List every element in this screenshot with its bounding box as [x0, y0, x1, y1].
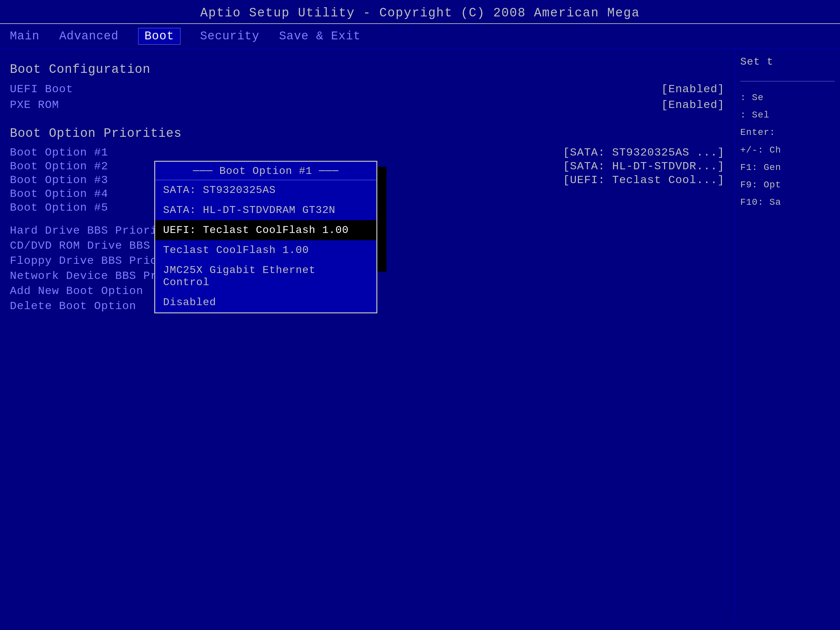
boot-option-2-label: Boot Option #2 [10, 160, 108, 172]
boot-config-heading: Boot Configuration [10, 62, 725, 76]
boot-option-1-value: [SATA: ST9320325AS ...] [563, 146, 725, 159]
menu-bar: Main Advanced Boot Security Save & Exit [0, 24, 840, 49]
popup-option-4[interactable]: JMC25X Gigabit Ethernet Control [155, 260, 376, 292]
left-panel: Boot Configuration UEFI Boot [Enabled] P… [0, 49, 735, 620]
boot-option-3-value: [UEFI: Teclast Cool...] [563, 174, 725, 186]
right-divider-top [740, 81, 835, 81]
help-1: : Sel [740, 109, 835, 122]
pxe-rom-row[interactable]: PXE ROM [Enabled] [10, 98, 725, 112]
boot-option-1-label: Boot Option #1 [10, 146, 108, 159]
pxe-rom-label: PXE ROM [10, 99, 59, 111]
popup-option-1[interactable]: SATA: HL-DT-STDVDRAM GT32N [155, 200, 376, 220]
help-2: Enter: [740, 126, 835, 139]
pxe-rom-value: [Enabled] [661, 99, 725, 111]
help-5: F9: Opt [740, 178, 835, 191]
help-3: +/-: Ch [740, 144, 835, 156]
popup-option-3[interactable]: Teclast CoolFlash 1.00 [155, 240, 376, 260]
popup-option-0[interactable]: SATA: ST9320325AS [155, 180, 376, 200]
menu-main[interactable]: Main [10, 30, 39, 43]
boot-option-4-label: Boot Option #4 [10, 188, 108, 200]
title-bar: Aptio Setup Utility - Copyright (C) 2008… [0, 0, 840, 24]
menu-save-exit[interactable]: Save & Exit [279, 30, 361, 43]
right-top-text: Set t [740, 56, 835, 68]
popup-title: ─── Boot Option #1 ─── [155, 162, 376, 180]
right-panel: Set t : Se : Sel Enter: +/-: Ch F1: Gen … [735, 49, 840, 620]
boot-option-popup[interactable]: ─── Boot Option #1 ─── SATA: ST9320325AS… [154, 161, 377, 313]
help-0: : Se [740, 91, 835, 104]
boot-option-3-label: Boot Option #3 [10, 174, 108, 186]
menu-advanced[interactable]: Advanced [59, 30, 118, 43]
help-4: F1: Gen [740, 161, 835, 174]
menu-security[interactable]: Security [200, 30, 259, 43]
uefi-boot-row[interactable]: UEFI Boot [Enabled] [10, 82, 725, 96]
boot-option-1-row[interactable]: Boot Option #1 [SATA: ST9320325AS ...] [10, 146, 725, 159]
boot-option-5-label: Boot Option #5 [10, 202, 108, 214]
bios-screen: Aptio Setup Utility - Copyright (C) 2008… [0, 0, 840, 630]
boot-option-2-value: [SATA: HL-DT-STDVDR...] [563, 160, 725, 172]
help-6: F10: Sa [740, 196, 835, 209]
boot-priorities-heading: Boot Option Priorities [10, 126, 725, 141]
menu-boot[interactable]: Boot [138, 28, 180, 45]
main-content: Boot Configuration UEFI Boot [Enabled] P… [0, 49, 840, 620]
uefi-boot-label: UEFI Boot [10, 83, 73, 95]
uefi-boot-value: [Enabled] [661, 83, 725, 95]
popup-option-2[interactable]: UEFI: Teclast CoolFlash 1.00 [155, 220, 376, 240]
popup-option-5[interactable]: Disabled [155, 292, 376, 313]
title-text: Aptio Setup Utility - Copyright (C) 2008… [200, 6, 639, 20]
